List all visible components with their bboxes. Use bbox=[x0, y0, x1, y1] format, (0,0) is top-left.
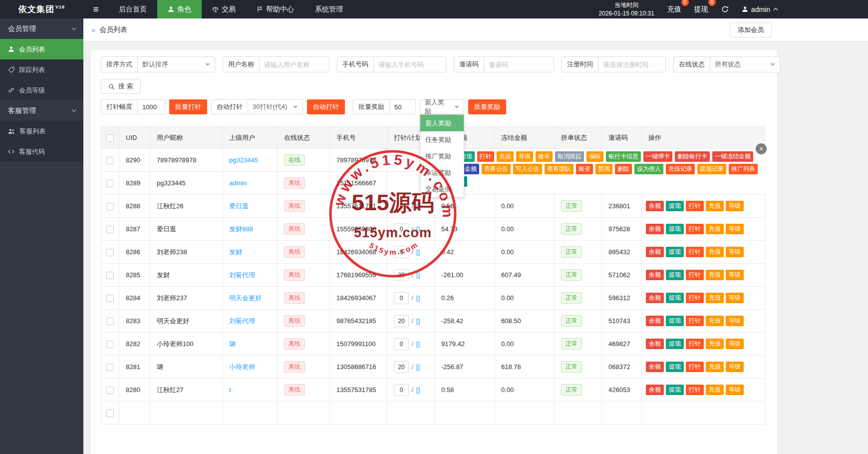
auto-inject-button[interactable]: 自动打针 bbox=[307, 99, 345, 114]
row-checkbox[interactable] bbox=[106, 341, 114, 348]
row-action-等级[interactable]: 等级 bbox=[726, 316, 744, 326]
row-checkbox[interactable] bbox=[106, 295, 114, 302]
row-action-充值[interactable]: 充值 bbox=[706, 362, 724, 372]
row-action-打针[interactable]: 打针 bbox=[686, 339, 704, 349]
batch-inject-button[interactable]: 批量打针 bbox=[169, 99, 207, 114]
panel-action-等级[interactable]: 等级 bbox=[516, 151, 533, 162]
panel-action-删除[interactable]: 删除 bbox=[615, 164, 632, 174]
hamburger-icon[interactable]: ≡ bbox=[83, 0, 108, 18]
row-action-打针[interactable]: 打针 bbox=[686, 316, 704, 326]
panel-action-提现记录[interactable]: 提现记录 bbox=[697, 164, 726, 174]
panel-action-编辑[interactable]: 编辑 bbox=[586, 151, 603, 162]
auto-inject-select[interactable]: 30打针(代4) bbox=[248, 99, 303, 114]
plan-input[interactable] bbox=[394, 338, 409, 350]
filter-input-手机号码[interactable] bbox=[374, 56, 446, 72]
panel-action-充值[interactable]: 充值 bbox=[497, 151, 514, 162]
row-action-余额[interactable]: 余额 bbox=[646, 385, 664, 395]
row-action-充值[interactable]: 充值 bbox=[706, 247, 724, 257]
row-action-充值[interactable]: 充值 bbox=[706, 224, 724, 234]
parent-user-link[interactable]: 小玲老师 bbox=[229, 363, 255, 371]
panel-action-做单[interactable]: 做单 bbox=[536, 151, 553, 162]
plan-input[interactable] bbox=[394, 361, 409, 373]
row-action-充值[interactable]: 充值 bbox=[706, 270, 724, 280]
row-checkbox[interactable] bbox=[106, 387, 114, 394]
panel-action-禁用[interactable]: 禁用 bbox=[595, 164, 612, 174]
row-action-余额[interactable]: 余额 bbox=[646, 293, 664, 303]
admin-menu[interactable]: admin bbox=[742, 5, 778, 13]
row-action-余额[interactable]: 余额 bbox=[646, 362, 664, 372]
row-checkbox[interactable] bbox=[106, 249, 114, 256]
parent-user-link[interactable]: t bbox=[229, 386, 231, 394]
parent-user-link[interactable]: admin bbox=[229, 179, 247, 187]
close-icon[interactable]: × bbox=[756, 143, 767, 154]
plan-input[interactable] bbox=[394, 384, 409, 396]
plan-input[interactable] bbox=[394, 315, 409, 327]
panel-action-推广列表[interactable]: 推广列表 bbox=[729, 164, 758, 174]
sidebar-group-客服管理[interactable]: 客服管理 bbox=[0, 100, 83, 121]
panel-action-设为假人[interactable]: 设为假人 bbox=[634, 164, 663, 174]
parent-user-link[interactable]: 璐 bbox=[229, 340, 236, 348]
refresh-icon[interactable] bbox=[721, 5, 729, 13]
row-checkbox[interactable] bbox=[106, 410, 114, 417]
filter-input-用户名称[interactable] bbox=[260, 56, 329, 72]
row-action-打针[interactable]: 打针 bbox=[686, 385, 704, 395]
parent-user-link[interactable]: 发财 bbox=[229, 248, 242, 256]
inject-range-input[interactable] bbox=[138, 99, 165, 114]
filter-select-排序方式[interactable]: 默认排序 bbox=[138, 56, 215, 72]
row-action-等级[interactable]: 等级 bbox=[726, 293, 744, 303]
filter-input-注册时间[interactable] bbox=[598, 56, 666, 72]
plan-input[interactable] bbox=[394, 269, 409, 281]
row-action-提现[interactable]: 提现 bbox=[666, 362, 684, 372]
recharge-link[interactable]: 充值 0 bbox=[667, 5, 681, 14]
plan-input[interactable] bbox=[394, 200, 409, 212]
row-action-提现[interactable]: 提现 bbox=[666, 339, 684, 349]
batch-reward-input[interactable] bbox=[390, 99, 416, 114]
parent-user-link[interactable]: 明天会更好 bbox=[229, 294, 262, 302]
row-action-提现[interactable]: 提现 bbox=[666, 385, 684, 395]
parent-user-link[interactable]: 发财888 bbox=[229, 225, 253, 233]
reward-option-新人奖励[interactable]: 新人奖励 bbox=[420, 115, 464, 131]
sidebar-item-跟踪列表[interactable]: 跟踪列表 bbox=[0, 59, 83, 80]
filter-select-在线状态[interactable]: 所有状态 bbox=[710, 56, 780, 72]
panel-action-打针[interactable]: 打针 bbox=[477, 151, 494, 162]
top-menu-item-系统管理[interactable]: 系统管理 bbox=[304, 0, 353, 18]
panel-action-写入公告[interactable]: 写入公告 bbox=[513, 164, 542, 174]
row-action-打针[interactable]: 打针 bbox=[686, 362, 704, 372]
row-action-等级[interactable]: 等级 bbox=[726, 385, 744, 395]
row-action-打针[interactable]: 打针 bbox=[686, 224, 704, 234]
row-checkbox[interactable] bbox=[106, 226, 114, 233]
reward-option-交易返佣[interactable]: 交易返佣 bbox=[420, 181, 464, 197]
plan-link[interactable]: [] bbox=[416, 363, 420, 371]
sidebar-item-会员列表[interactable]: 会员列表 bbox=[0, 39, 83, 59]
row-action-等级[interactable]: 等级 bbox=[726, 201, 744, 211]
plan-link[interactable]: [] bbox=[416, 271, 420, 279]
reward-option-推广奖励[interactable]: 推广奖励 bbox=[420, 148, 464, 164]
panel-action-充值记录[interactable]: 充值记录 bbox=[666, 164, 695, 174]
sidebar-item-客服列表[interactable]: 客服列表 bbox=[0, 121, 83, 141]
panel-action-查看团队[interactable]: 查看团队 bbox=[545, 164, 574, 174]
row-action-等级[interactable]: 等级 bbox=[726, 339, 744, 349]
row-action-余额[interactable]: 余额 bbox=[646, 316, 664, 326]
row-action-充值[interactable]: 充值 bbox=[706, 339, 724, 349]
withdraw-link[interactable]: 提现 0 bbox=[694, 5, 708, 14]
batch-reward-button[interactable]: 批量奖励 bbox=[468, 99, 506, 114]
plan-input[interactable] bbox=[394, 292, 409, 304]
plan-link[interactable]: [] bbox=[416, 386, 420, 394]
select-all-checkbox[interactable] bbox=[106, 134, 114, 142]
row-action-打针[interactable]: 打针 bbox=[686, 270, 704, 280]
plan-link[interactable]: [] bbox=[416, 317, 420, 325]
reward-select[interactable]: 新人奖励 bbox=[420, 99, 464, 114]
row-action-充值[interactable]: 充值 bbox=[706, 201, 724, 211]
row-action-等级[interactable]: 等级 bbox=[726, 247, 744, 257]
row-action-等级[interactable]: 等级 bbox=[726, 224, 744, 234]
plan-link[interactable]: [] bbox=[416, 294, 420, 302]
row-checkbox[interactable] bbox=[106, 203, 114, 210]
row-action-充值[interactable]: 充值 bbox=[706, 385, 724, 395]
plan-link[interactable]: [] bbox=[416, 202, 420, 210]
plan-link[interactable]: [] bbox=[416, 340, 420, 348]
parent-user-link[interactable]: 爱日逛 bbox=[229, 202, 249, 210]
row-action-余额[interactable]: 余额 bbox=[646, 201, 664, 211]
row-checkbox[interactable] bbox=[106, 318, 114, 325]
row-action-余额[interactable]: 余额 bbox=[646, 247, 664, 257]
add-member-button[interactable]: 添加会员 bbox=[730, 22, 772, 37]
